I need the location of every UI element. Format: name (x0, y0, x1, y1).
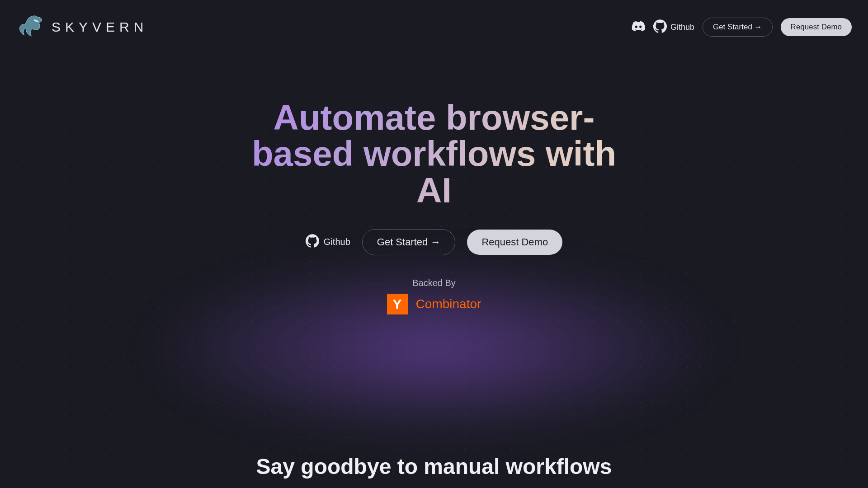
backed-by-label: Backed By (412, 278, 456, 288)
hero-get-started-button[interactable]: Get Started → (362, 229, 456, 255)
logo[interactable]: SKYVERN (16, 13, 148, 42)
section-heading: Say goodbye to manual workflows (0, 454, 868, 479)
backed-by-section: Backed By Y Combinator (387, 278, 481, 314)
dragon-logo-icon (16, 13, 45, 42)
hero: Automate browser-based workflows with AI… (0, 99, 868, 314)
get-started-button[interactable]: Get Started → (703, 18, 773, 37)
yc-icon: Y (387, 294, 408, 314)
github-link[interactable]: Github (653, 19, 694, 35)
hero-headline: Automate browser-based workflows with AI (231, 99, 637, 208)
request-demo-button[interactable]: Request Demo (781, 18, 852, 36)
github-label: Github (670, 23, 694, 32)
hero-github-label: Github (324, 237, 350, 247)
hero-github-link[interactable]: Github (306, 234, 350, 250)
github-icon (306, 234, 319, 250)
github-icon (653, 19, 667, 35)
discord-link[interactable] (632, 19, 645, 35)
hero-request-demo-button[interactable]: Request Demo (467, 230, 562, 255)
discord-icon (632, 19, 645, 35)
nav-right: Github Get Started → Request Demo (632, 18, 852, 37)
hero-cta-row: Github Get Started → Request Demo (306, 229, 562, 255)
brand-name: SKYVERN (52, 19, 148, 35)
ycombinator-logo[interactable]: Y Combinator (387, 294, 481, 314)
header: SKYVERN Github Get Started → Request Dem… (0, 0, 868, 54)
yc-name: Combinator (416, 297, 481, 311)
